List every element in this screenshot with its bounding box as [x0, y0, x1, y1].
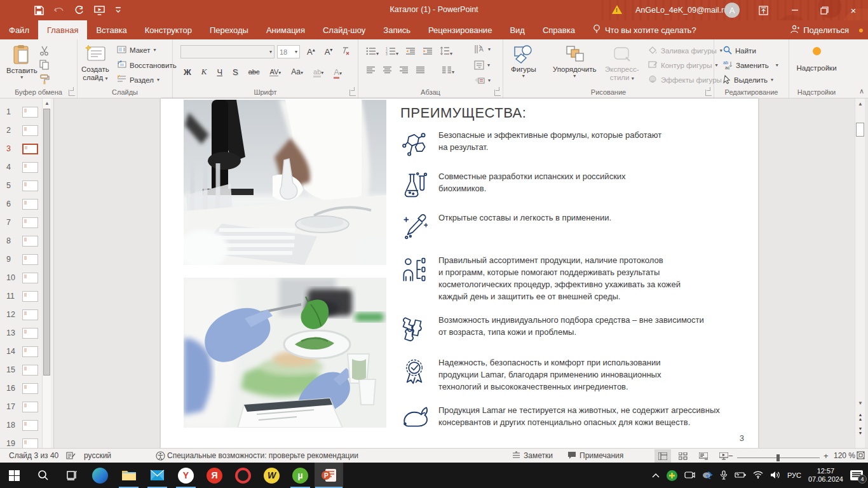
font-size-combo[interactable]: 18▾: [277, 45, 300, 58]
tray-expand-icon[interactable]: [652, 471, 660, 479]
scroll-down-icon[interactable]: ▼: [855, 398, 865, 409]
battery-tray-icon[interactable]: [735, 471, 746, 480]
edge-icon[interactable]: [86, 463, 114, 488]
align-left-icon[interactable]: [366, 66, 376, 75]
collapse-ribbon-icon[interactable]: ∧: [859, 87, 864, 95]
fit-to-window-icon[interactable]: [857, 451, 865, 461]
notification-center-icon[interactable]: 4: [850, 470, 863, 480]
normal-view-icon[interactable]: [654, 449, 671, 463]
task-view-icon[interactable]: [57, 463, 86, 488]
shape-outline-button[interactable]: Контур фигуры▾: [648, 60, 717, 70]
slide-counter[interactable]: Слайд 3 из 40: [9, 451, 58, 460]
ribbon-display-options-icon[interactable]: [749, 0, 778, 20]
panel-scroll-thumb[interactable]: [43, 109, 50, 376]
zoom-in-button[interactable]: +: [824, 451, 829, 461]
strikethrough-icon[interactable]: abc: [247, 67, 262, 76]
line-spacing-icon[interactable]: ▾: [440, 46, 452, 57]
lab-photo-leaf[interactable]: [184, 278, 386, 428]
benefit-item[interactable]: Безопасные и эффективные формулы, которы…: [400, 129, 661, 157]
camera-tray-icon[interactable]: [684, 471, 695, 480]
benefit-item[interactable]: Возможность индивидуального подбора сред…: [400, 314, 704, 342]
quick-styles-button[interactable]: Экспресс- стили ▾: [605, 44, 639, 82]
justify-icon[interactable]: [416, 66, 425, 75]
lab-photo-microscope[interactable]: [184, 100, 386, 265]
tell-me-box[interactable]: Что вы хотите сделать?: [584, 20, 705, 39]
tab-transitions[interactable]: Переходы: [201, 20, 257, 39]
zoom-slider-thumb[interactable]: [776, 454, 780, 461]
notes-icon[interactable]: [512, 451, 520, 461]
mail-icon[interactable]: [143, 463, 172, 488]
account-warning-icon[interactable]: !: [612, 5, 622, 14]
tab-home[interactable]: Главная: [38, 20, 87, 39]
account-email[interactable]: AnGeLo_4eK_09@mail.ru: [635, 6, 728, 15]
benefit-item[interactable]: Совместные разработки испанских и россий…: [400, 170, 626, 200]
tab-animations[interactable]: Анимация: [257, 20, 314, 39]
powerpoint-taskbar-icon[interactable]: P: [315, 463, 343, 488]
drawing-dialog-launcher[interactable]: [705, 90, 712, 96]
share-button[interactable]: Поделиться: [790, 20, 849, 39]
close-button[interactable]: ×: [839, 0, 868, 20]
increase-indent-icon[interactable]: [423, 47, 433, 57]
italic-icon[interactable]: К: [200, 66, 209, 78]
text-direction-icon[interactable]: A▾: [474, 44, 491, 54]
align-text-icon[interactable]: ▾: [474, 60, 490, 70]
yandex-browser-icon[interactable]: Y: [172, 463, 200, 488]
slide-heading[interactable]: ПРЕИМУЩЕСТВА:: [400, 105, 526, 121]
antivirus-icon[interactable]: [667, 470, 677, 481]
comments-button[interactable]: Примечания: [580, 451, 623, 460]
section-button[interactable]: Раздел▾: [117, 75, 159, 85]
zoom-out-button[interactable]: −: [728, 451, 733, 461]
tab-review[interactable]: Рецензирование: [419, 20, 501, 39]
zoom-level[interactable]: 120 %: [834, 451, 855, 460]
font-dialog-launcher[interactable]: [349, 90, 356, 96]
bullets-icon[interactable]: ▾: [366, 47, 379, 57]
shrink-font-icon[interactable]: А▾: [323, 46, 335, 57]
tab-record[interactable]: Запись: [374, 20, 419, 39]
utorrent-icon[interactable]: µ: [286, 463, 315, 488]
text-shadow-icon[interactable]: S: [231, 67, 240, 78]
microphone-tray-icon[interactable]: [720, 470, 728, 481]
accessibility-icon[interactable]: [156, 451, 165, 463]
tab-slideshow[interactable]: Слайд-шоу: [314, 20, 374, 39]
grow-font-icon[interactable]: А▴: [305, 46, 317, 57]
columns-icon[interactable]: ▾: [442, 66, 454, 75]
format-painter-icon[interactable]: [39, 74, 50, 87]
minimize-button[interactable]: [780, 0, 810, 20]
notes-button[interactable]: Заметки: [524, 451, 553, 460]
benefit-item[interactable]: Надежность, безопасность и комфорт при и…: [400, 356, 661, 393]
taskbar-search-icon[interactable]: [29, 463, 57, 488]
sync-tray-icon[interactable]: [702, 470, 713, 480]
font-name-combo[interactable]: ▾: [180, 45, 275, 58]
highlight-color-icon[interactable]: ab▾: [311, 67, 325, 76]
start-button[interactable]: [0, 463, 29, 488]
shape-fill-button[interactable]: Заливка фигуры▾: [648, 46, 722, 55]
wifi-tray-icon[interactable]: [753, 471, 763, 480]
volume-tray-icon[interactable]: [770, 471, 780, 480]
replace-button[interactable]: abac Заменить▾: [723, 60, 778, 71]
clipboard-dialog-launcher[interactable]: [69, 90, 75, 96]
reset-button[interactable]: Восстановить: [117, 60, 177, 70]
clock[interactable]: 12:5707.06.2024: [808, 467, 843, 484]
select-button[interactable]: Выделить▾: [723, 75, 773, 85]
cut-icon[interactable]: [39, 46, 50, 58]
opera-icon[interactable]: [229, 463, 257, 488]
benefit-item[interactable]: Открытые составы и легкость в применении…: [400, 212, 611, 241]
reading-view-icon[interactable]: [695, 449, 712, 463]
clear-formatting-icon[interactable]: [340, 47, 350, 57]
convert-smartart-icon[interactable]: ▾: [474, 76, 491, 85]
arrange-button[interactable]: Упорядочить▾: [553, 44, 596, 79]
align-right-icon[interactable]: [399, 66, 409, 75]
bold-icon[interactable]: Ж: [182, 67, 193, 78]
panel-scrollbar[interactable]: ▲: [42, 98, 51, 448]
benefit-item[interactable]: Правильный ассортимент продукции, наличи…: [400, 254, 681, 302]
webmoney-icon[interactable]: W: [257, 463, 286, 488]
scroll-thumb[interactable]: [856, 123, 864, 137]
panel-scroll-up-icon[interactable]: ▲: [43, 98, 51, 108]
character-spacing-icon[interactable]: AV▾: [268, 67, 283, 76]
new-slide-button[interactable]: Создать слайд ▾: [81, 44, 109, 82]
tab-file[interactable]: Файл: [0, 20, 38, 39]
tab-design[interactable]: Конструктор: [136, 20, 201, 39]
paste-button[interactable]: Вставить▾: [6, 44, 37, 80]
font-color-icon[interactable]: А▾: [332, 67, 344, 78]
previous-slide-icon[interactable]: ▲▲: [855, 411, 865, 421]
